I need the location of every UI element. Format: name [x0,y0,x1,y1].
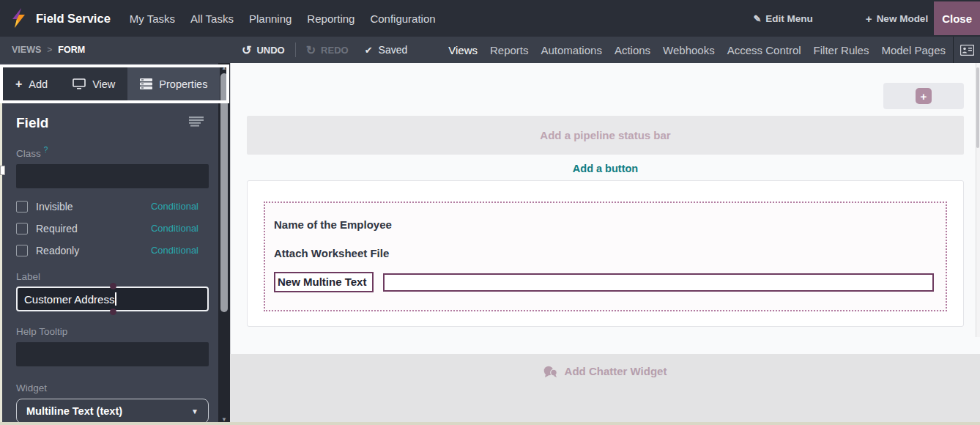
plus-icon: + [866,12,872,25]
chatter-placeholder-text: Add Chatter Widget [565,365,667,377]
redo-button[interactable]: ↻ REDO [306,43,349,57]
tab-actions[interactable]: Actions [615,44,650,56]
main-scrollbar-thumb[interactable] [976,67,979,148]
id-card-icon[interactable] [954,45,980,56]
history-divider [295,42,296,57]
left-edge-strip [0,103,2,425]
navbar-right: ✎ Edit Menu + New Model Close [753,0,980,37]
add-button-box[interactable]: + [883,83,964,109]
selected-field-label[interactable]: New Multine Text [274,272,374,292]
form-editor-canvas: + Add a pipeline status bar Add a button… [230,63,980,425]
edit-menu-button[interactable]: ✎ Edit Menu [753,13,812,24]
class-group: Class? [16,146,208,188]
panel-title: Field [16,115,48,131]
field-properties-panel: Field Class? Invisible [0,103,218,424]
properties-server-icon [140,78,152,89]
chat-bubbles-icon [543,366,557,377]
readonly-label[interactable]: Readonly [36,245,79,256]
nav-item-all-tasks[interactable]: All Tasks [190,12,234,25]
align-lines-icon[interactable] [189,117,208,130]
toggle-row-required: Required Conditional [16,221,209,236]
studio-lightning-logo-icon[interactable] [10,7,28,29]
label-field-label: Label [16,271,40,282]
odoo-studio-screen: Field Service My Tasks All Tasks Plannin… [0,0,980,425]
undo-button[interactable]: ↺ UNDO [242,43,285,57]
history-controls: ↺ UNDO ↻ REDO ✔ Saved [242,37,407,63]
required-checkbox[interactable] [16,223,28,234]
help-tooltip-input[interactable] [16,342,209,366]
breadcrumb-form: FORM [58,45,85,55]
studio-sidebar: ▲ ▼ + Add View [0,63,230,425]
form-field-attach-worksheet-file[interactable]: Attach Worksheet File [274,247,935,259]
edge-handle [0,166,5,175]
studio-tabs: Views Reports Automations Actions Webhoo… [448,44,950,56]
help-tooltip-group: Help Tooltip [16,325,208,366]
tab-webhooks[interactable]: Webhooks [663,44,715,56]
app-name[interactable]: Field Service [36,12,111,26]
tab-views[interactable]: Views [448,44,478,56]
form-field-name-of-employee[interactable]: Name of the Employee [274,218,935,231]
nav-item-reporting[interactable]: Reporting [307,12,354,25]
invisible-checkbox[interactable] [16,201,28,212]
sidebar-tab-add[interactable]: + Add [3,67,60,100]
class-input[interactable] [16,164,209,188]
tab-access-control[interactable]: Access Control [727,44,801,56]
toggle-list: Invisible Conditional Required Condition… [16,199,209,258]
widget-selected-value: Multiline Text (text) [26,405,122,417]
sidebar-scrollbar[interactable]: ▲ ▼ [218,63,230,425]
redo-icon: ↻ [306,43,316,57]
tab-model-pages[interactable]: Model Pages [881,44,946,56]
close-studio-button[interactable]: Close [934,1,980,35]
invisible-conditional-link[interactable]: Conditional [151,201,198,212]
panel-header: Field [16,114,208,133]
sidebar-tab-view[interactable]: View [60,67,127,100]
class-help-icon[interactable]: ? [44,146,48,154]
tab-reports[interactable]: Reports [490,44,529,56]
chatter-placeholder[interactable]: Add Chatter Widget [230,354,980,422]
label-input[interactable]: Customer Address [16,287,209,311]
widget-label: Widget [16,382,47,393]
readonly-checkbox[interactable] [16,245,28,256]
required-label[interactable]: Required [36,223,78,234]
bottom-edge-strip [0,422,980,425]
add-a-button-link[interactable]: Add a button [573,163,638,174]
app-menu: My Tasks All Tasks Planning Reporting Co… [130,12,436,25]
nav-item-my-tasks[interactable]: My Tasks [130,12,175,25]
saved-indicator: ✔ Saved [365,44,408,56]
widget-group: Widget Multiline Text (text) ▼ [16,381,208,424]
add-box-plus-icon: + [916,88,932,104]
nav-item-planning[interactable]: Planning [249,12,292,25]
studio-toolbar: VIEWS > FORM ↺ UNDO ↻ REDO ✔ Saved Views… [0,37,980,63]
field-group-drop-zone[interactable]: Name of the Employee Attach Worksheet Fi… [264,202,947,311]
undo-icon: ↺ [242,43,251,57]
chevron-down-icon: ▼ [191,407,198,415]
breadcrumb: VIEWS > FORM [12,45,85,55]
selected-field-input[interactable] [383,273,934,292]
sidebar-tab-properties[interactable]: Properties [127,67,220,100]
chatter-placeholder-content: Add Chatter Widget [543,365,667,377]
pipeline-status-bar-placeholder[interactable]: Add a pipeline status bar [247,116,964,155]
label-group: Label Customer Address [16,270,208,311]
top-navbar: Field Service My Tasks All Tasks Plannin… [0,0,980,37]
help-tooltip-label: Help Tooltip [16,326,67,337]
check-icon: ✔ [365,45,373,56]
selection-handle-top [110,283,116,289]
pencil-icon: ✎ [753,13,761,24]
label-input-value: Customer Address [24,293,114,306]
tab-automations[interactable]: Automations [541,44,602,56]
sidebar-scrollbar-thumb[interactable] [220,73,228,312]
add-plus-icon: + [15,78,22,91]
nav-item-configuration[interactable]: Configuration [370,12,435,25]
class-label: Class [16,148,41,159]
main-scrollbar[interactable] [976,63,980,337]
widget-select[interactable]: Multiline Text (text) ▼ [16,399,209,424]
breadcrumb-views[interactable]: VIEWS [12,45,41,55]
invisible-label[interactable]: Invisible [36,201,73,212]
breadcrumb-separator: > [47,45,52,55]
readonly-conditional-link[interactable]: Conditional [151,245,198,256]
new-model-button[interactable]: + New Model [866,12,928,25]
tab-filter-rules[interactable]: Filter Rules [814,44,869,56]
required-conditional-link[interactable]: Conditional [151,223,198,234]
selected-field-row: New Multine Text [274,272,935,292]
selection-handle-bottom [110,308,116,315]
